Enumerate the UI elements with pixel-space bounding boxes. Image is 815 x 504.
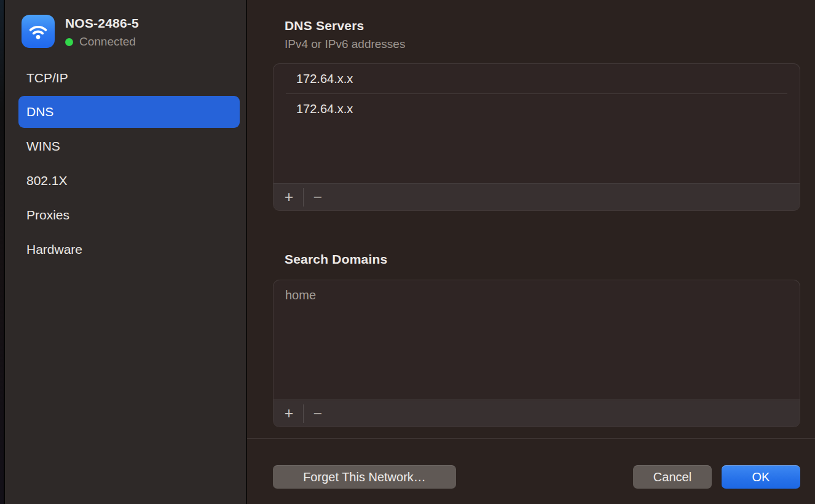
footer-button-divider <box>303 404 304 423</box>
dns-servers-listbox: 172.64.x.x 172.64.x.x + − <box>273 63 800 211</box>
add-dns-server-button[interactable]: + <box>278 184 299 211</box>
footer-button-divider <box>303 188 304 207</box>
search-domains-title: Search Domains <box>285 252 387 267</box>
sidebar-item-8021x[interactable]: 802.1X <box>18 165 240 197</box>
sidebar-item-label: 802.1X <box>26 173 68 188</box>
sidebar-item-tcpip[interactable]: TCP/IP <box>18 62 240 94</box>
sidebar-item-label: TCP/IP <box>26 71 68 85</box>
footer-divider <box>247 438 815 439</box>
ok-button[interactable]: OK <box>722 465 800 489</box>
sidebar-item-label: DNS <box>26 104 53 119</box>
dns-server-row[interactable]: 172.64.x.x <box>274 64 800 93</box>
sidebar: NOS-2486-5 Connected TCP/IP DNS WINS 802… <box>5 0 246 504</box>
sidebar-main-divider <box>246 0 247 504</box>
network-name: NOS-2486-5 <box>65 16 139 31</box>
sidebar-item-dns[interactable]: DNS <box>18 96 240 128</box>
dns-server-row[interactable]: 172.64.x.x <box>274 94 800 124</box>
remove-search-domain-button[interactable]: − <box>307 400 328 427</box>
sidebar-item-proxies[interactable]: Proxies <box>18 199 240 231</box>
dns-servers-rows: 172.64.x.x 172.64.x.x <box>274 64 800 124</box>
search-domains-footer: + − <box>274 400 800 427</box>
search-domains-listbox: home + − <box>273 280 800 427</box>
dns-servers-subtitle: IPv4 or IPv6 addresses <box>285 37 405 51</box>
sidebar-item-label: Hardware <box>26 242 82 257</box>
dns-servers-footer: + − <box>274 183 800 210</box>
search-domains-rows: home <box>274 280 800 310</box>
connected-status-label: Connected <box>79 35 136 49</box>
network-header: NOS-2486-5 Connected <box>22 15 139 49</box>
add-search-domain-button[interactable]: + <box>278 400 299 427</box>
forget-network-button[interactable]: Forget This Network… <box>273 465 456 489</box>
network-status: Connected <box>65 35 139 49</box>
search-domain-row[interactable]: home <box>274 280 800 310</box>
connected-status-dot <box>65 38 73 46</box>
sidebar-item-hardware[interactable]: Hardware <box>18 234 240 266</box>
remove-dns-server-button[interactable]: − <box>307 184 328 211</box>
sidebar-item-label: Proxies <box>26 208 69 222</box>
sidebar-item-label: WINS <box>26 139 60 154</box>
sidebar-item-wins[interactable]: WINS <box>18 130 240 162</box>
dns-servers-title: DNS Servers <box>285 18 364 33</box>
cancel-button[interactable]: Cancel <box>633 465 712 489</box>
wifi-icon <box>22 15 55 48</box>
network-details-window: NOS-2486-5 Connected TCP/IP DNS WINS 802… <box>0 0 815 504</box>
network-meta: NOS-2486-5 Connected <box>65 15 139 49</box>
